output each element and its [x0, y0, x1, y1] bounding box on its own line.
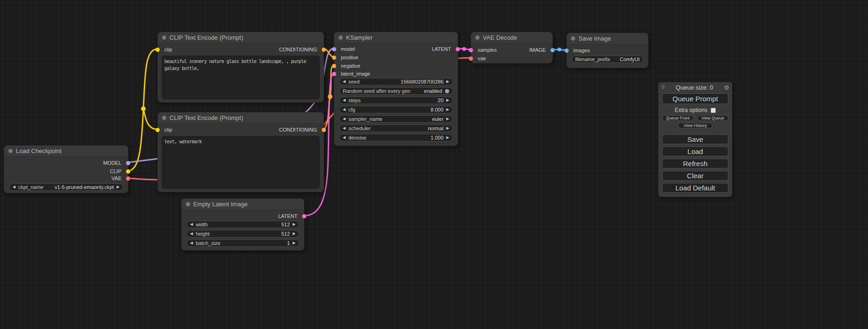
- node-graph-canvas[interactable]: Load Checkpoint MODEL CLIP VAE ◀ ckpt_na…: [0, 0, 868, 329]
- widget-label: Random seed after every gen: [343, 88, 410, 94]
- node-save-image[interactable]: Save Image images filename_prefix ComfyU…: [566, 33, 649, 68]
- toggle-knob[interactable]: [445, 89, 449, 93]
- increment-arrow-icon[interactable]: ▶: [446, 117, 449, 121]
- node-titlebar[interactable]: Save Image: [567, 33, 648, 44]
- decrement-arrow-icon[interactable]: ◀: [190, 223, 193, 226]
- widget-cfg[interactable]: ◀ cfg 8.000 ▶: [339, 106, 453, 113]
- drag-handle-icon[interactable]: ⠿: [661, 84, 665, 91]
- widget-label: scheduler: [348, 126, 371, 131]
- slot-label: clip: [164, 127, 172, 133]
- node-titlebar[interactable]: KSampler: [334, 32, 458, 43]
- conditioning-slot-dot[interactable]: [322, 48, 326, 52]
- node-titlebar[interactable]: Empty Latent Image: [182, 199, 304, 210]
- widget-filename-prefix[interactable]: filename_prefix ComfyUI: [572, 56, 643, 63]
- slot-label: VAE: [112, 175, 121, 181]
- decrement-arrow-icon[interactable]: ◀: [190, 232, 193, 236]
- positive-slot-dot[interactable]: [332, 56, 336, 60]
- widget-sampler-name[interactable]: ◀ sampler_name euler ▶: [339, 115, 453, 123]
- widget-seed[interactable]: ◀ seed 156680208700286 ▶: [339, 78, 453, 85]
- slot-label: LATENT: [432, 46, 451, 52]
- decrement-arrow-icon[interactable]: ◀: [343, 117, 346, 121]
- collapse-dot[interactable]: [8, 149, 13, 153]
- decrement-arrow-icon[interactable]: ◀: [343, 126, 346, 130]
- collapse-dot[interactable]: [162, 116, 166, 120]
- link-clip-negative: [143, 109, 157, 129]
- decrement-arrow-icon[interactable]: ◀: [343, 136, 346, 140]
- settings-gear-icon[interactable]: ⚙: [724, 84, 729, 91]
- increment-arrow-icon[interactable]: ▶: [293, 232, 296, 236]
- image-slot-dot[interactable]: [550, 48, 555, 52]
- widget-scheduler[interactable]: ◀ scheduler normal ▶: [339, 125, 453, 132]
- slot-label: CONDITIONING: [279, 127, 317, 133]
- conditioning-slot-dot[interactable]: [322, 128, 326, 132]
- extra-options-checkbox[interactable]: [711, 108, 716, 113]
- slot-label: model: [341, 46, 355, 52]
- view-history-button[interactable]: View History: [678, 123, 713, 128]
- increment-arrow-icon[interactable]: ▶: [446, 80, 449, 84]
- queue-front-button[interactable]: Queue Front: [662, 115, 693, 121]
- node-empty-latent-image[interactable]: Empty Latent Image LATENT ◀ width 512 ▶ …: [181, 198, 304, 251]
- load-default-button[interactable]: Load Default: [662, 183, 728, 193]
- collapse-dot[interactable]: [162, 35, 166, 40]
- latent-slot-dot[interactable]: [456, 47, 460, 51]
- node-clip-text-encode-negative[interactable]: CLIP Text Encode (Prompt) clip CONDITION…: [157, 112, 324, 192]
- widget-denoise[interactable]: ◀ denoise 1.000 ▶: [339, 134, 453, 141]
- widget-height[interactable]: ◀ height 512 ▶: [186, 230, 299, 238]
- node-load-checkpoint[interactable]: Load Checkpoint MODEL CLIP VAE ◀ ckpt_na…: [4, 145, 128, 193]
- increment-arrow-icon[interactable]: ▶: [293, 241, 296, 245]
- node-vae-decode[interactable]: VAE Decode samples vae IMAGE: [471, 32, 553, 63]
- samples-slot-dot[interactable]: [469, 48, 473, 52]
- clear-button[interactable]: Clear: [662, 171, 728, 181]
- node-titlebar[interactable]: CLIP Text Encode (Prompt): [158, 112, 324, 124]
- decrement-arrow-icon[interactable]: ◀: [343, 80, 346, 84]
- node-ksampler[interactable]: KSampler model positive negative latent_…: [334, 32, 458, 146]
- decrement-arrow-icon[interactable]: ◀: [190, 241, 193, 245]
- save-button[interactable]: Save: [662, 134, 728, 144]
- collapse-dot[interactable]: [475, 35, 480, 40]
- view-queue-button[interactable]: View Queue: [697, 115, 728, 121]
- collapse-dot[interactable]: [186, 202, 190, 206]
- decrement-arrow-icon[interactable]: ◀: [343, 108, 346, 112]
- load-button[interactable]: Load: [662, 147, 728, 156]
- widget-random-seed-toggle[interactable]: Random seed after every gen enabled: [339, 87, 453, 95]
- model-slot-dot[interactable]: [126, 161, 130, 165]
- prompt-textarea[interactable]: text, watermark: [162, 136, 320, 189]
- queue-prompt-button[interactable]: Queue Prompt: [662, 93, 728, 104]
- latent-slot-dot[interactable]: [302, 214, 306, 218]
- node-clip-text-encode-positive[interactable]: CLIP Text Encode (Prompt) clip CONDITION…: [157, 32, 324, 103]
- increment-arrow-icon[interactable]: ▶: [446, 108, 449, 112]
- decrement-arrow-icon[interactable]: ◀: [13, 185, 15, 189]
- increment-arrow-icon[interactable]: ▶: [446, 136, 449, 140]
- widget-ckpt-name[interactable]: ◀ ckpt_name v1-5-pruned-emaonly.ckpt ▶: [9, 183, 123, 191]
- collapse-dot[interactable]: [571, 36, 575, 41]
- increment-arrow-icon[interactable]: ▶: [446, 98, 449, 102]
- collapse-dot[interactable]: [339, 35, 343, 40]
- link-dot-clip: [141, 106, 146, 111]
- clip-slot-dot[interactable]: [155, 48, 160, 52]
- vae-slot-dot[interactable]: [469, 56, 473, 61]
- widget-label: ckpt_name: [18, 184, 43, 190]
- negative-slot-dot[interactable]: [332, 64, 336, 68]
- decrement-arrow-icon[interactable]: ◀: [343, 98, 346, 102]
- prompt-textarea[interactable]: beautiful scenery nature glass bottle la…: [162, 56, 320, 99]
- images-slot-dot[interactable]: [565, 49, 569, 53]
- widget-steps[interactable]: ◀ steps 20 ▶: [339, 97, 453, 104]
- widget-value: 512: [211, 222, 290, 227]
- node-titlebar[interactable]: Load Checkpoint: [4, 146, 128, 157]
- vae-slot-dot[interactable]: [126, 176, 130, 181]
- input-slot-positive: positive: [334, 54, 358, 61]
- output-slot-latent: LATENT: [432, 46, 458, 52]
- node-titlebar[interactable]: VAE Decode: [471, 32, 552, 43]
- increment-arrow-icon[interactable]: ▶: [117, 185, 120, 189]
- clip-slot-dot[interactable]: [155, 128, 160, 132]
- latent-image-slot-dot[interactable]: [332, 72, 336, 76]
- model-slot-dot[interactable]: [332, 47, 336, 51]
- clip-slot-dot[interactable]: [126, 169, 130, 174]
- increment-arrow-icon[interactable]: ▶: [293, 223, 296, 226]
- widget-batch-size[interactable]: ◀ batch_size 1 ▶: [186, 239, 299, 247]
- queue-size-label: Queue size: 0: [676, 84, 713, 91]
- node-titlebar[interactable]: CLIP Text Encode (Prompt): [158, 32, 324, 43]
- increment-arrow-icon[interactable]: ▶: [446, 126, 449, 130]
- widget-width[interactable]: ◀ width 512 ▶: [186, 221, 299, 228]
- refresh-button[interactable]: Refresh: [662, 159, 728, 168]
